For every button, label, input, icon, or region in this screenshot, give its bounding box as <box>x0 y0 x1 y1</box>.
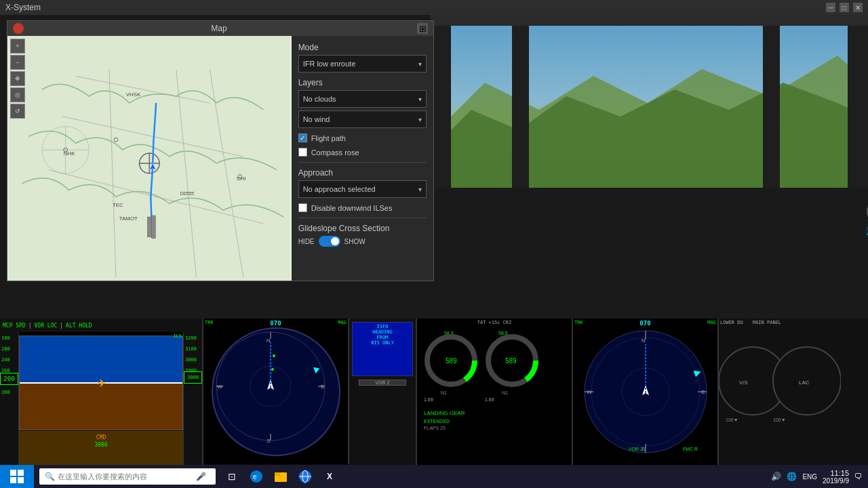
approach-arrow: ▾ <box>418 186 422 193</box>
clouds-arrow: ▾ <box>418 96 422 103</box>
svg-rect-7 <box>431 15 868 26</box>
svg-text:NHK: NHK <box>64 150 75 157</box>
taskbar-right: 🔊 🌐 ENG 11:15 2019/9/9 🗨 <box>771 469 868 485</box>
wind-dropdown[interactable]: No wind ▾ <box>298 110 427 128</box>
nd2-mag-label: MAG <box>707 320 716 327</box>
center-button[interactable]: ◎ <box>10 87 25 102</box>
clouds-dropdown[interactable]: No clouds ▾ <box>298 90 427 108</box>
map-close-button[interactable] <box>13 23 24 34</box>
map-content: + − ✥ ◎ ↺ TAMOT TEC <box>7 36 433 281</box>
svg-rect-91 <box>18 477 24 483</box>
main-panel-label: MAIN PANEL <box>753 320 781 325</box>
zoom-in-button[interactable]: + <box>10 39 25 54</box>
svg-text:EXTENDED: EXTENDED <box>424 419 450 424</box>
start-button[interactable] <box>0 465 34 488</box>
svg-rect-3 <box>512 15 529 188</box>
close-button[interactable]: ✕ <box>853 3 863 12</box>
search-icon: 🔍 <box>45 472 55 481</box>
explorer-button[interactable] <box>270 465 292 488</box>
pfd-header: MCP SPD | VOR LOC | ALT HOLD <box>0 319 202 332</box>
glideslope-section: Glideslope Cross Section HIDE SHOW <box>298 224 427 247</box>
nd-panel2: TRK 070 MAG N S W E <box>573 319 719 465</box>
taskbar-apps: ⊡ e X <box>221 465 340 488</box>
eicas-label: TAT +15c CRZ <box>417 319 572 327</box>
clock: 11:15 2019/9/9 <box>823 469 849 485</box>
disable-downwind-row[interactable]: Disable downwind ILSes <box>298 203 427 212</box>
svg-text:VHSK: VHSK <box>126 92 141 98</box>
network-icon: 🌐 <box>787 472 797 481</box>
center-small-panel: ISFDHEADINGFROMBIS ONLY VOR 2 <box>349 319 417 465</box>
speed-segment: ACH 200 <box>865 192 868 241</box>
svg-text:589: 589 <box>446 357 457 365</box>
nd2-container: TRK 070 MAG N S W E <box>573 319 717 465</box>
speed-tape-label: 100200240260280300 <box>1 336 10 395</box>
svg-text:N1: N1 <box>502 390 508 395</box>
svg-text:TAMOT: TAMOT <box>119 216 138 222</box>
map-expand-button[interactable]: ⊞ <box>417 23 428 34</box>
edge-button[interactable]: e <box>245 465 267 488</box>
map-panel: Mode IFR low enroute ▾ Layers No clouds … <box>292 36 433 281</box>
flight-path-checkbox[interactable] <box>298 134 307 142</box>
svg-text:VOR 2: VOR 2 <box>629 447 643 451</box>
nd-header: TRK 070 MAG <box>205 320 347 327</box>
divider-2 <box>298 218 427 218</box>
rotate-button[interactable]: ↺ <box>10 104 25 119</box>
attitude-display: ✈ ILS CMD 3000 <box>19 332 183 465</box>
svg-text:1.69: 1.69 <box>485 397 494 402</box>
search-input[interactable] <box>58 472 193 481</box>
compass-rose-checkbox[interactable] <box>298 148 307 157</box>
maximize-button[interactable]: □ <box>840 3 849 12</box>
speed-bug: 200 <box>0 373 18 385</box>
glideslope-label: Glideslope Cross Section <box>298 224 427 233</box>
mode-label: Mode <box>298 43 427 52</box>
svg-text:W: W <box>217 384 222 390</box>
glideslope-toggle[interactable] <box>319 236 340 247</box>
svg-text:E: E <box>701 389 705 395</box>
approach-dropdown[interactable]: No approach selected ▾ <box>298 180 427 198</box>
taskview-button[interactable]: ⊡ <box>221 465 243 488</box>
hide-label: HIDE <box>298 238 315 245</box>
compass-rose-label: Compass rose <box>311 148 359 157</box>
flight-path-label: Flight path <box>311 134 346 142</box>
search-bar[interactable]: 🔍 🎤 <box>39 468 216 485</box>
glideslope-toggle-row: HIDE SHOW <box>298 236 427 247</box>
nd2-svg: N S W E VOR 2 FMC R <box>581 327 710 456</box>
pan-button[interactable]: ✥ <box>10 71 25 86</box>
flight-path-row[interactable]: Flight path <box>298 134 427 142</box>
aircraft-symbol: ✈ <box>97 377 106 390</box>
minimize-button[interactable]: ─ <box>826 3 835 12</box>
right-panel-label: LOWER DU MAIN PANEL <box>719 319 868 327</box>
vor2-button[interactable]: VOR 2 <box>359 380 406 386</box>
engine-display-svg: 58.9 58.5 589 589 1.69 1.69 N1 N1 LANDIN… <box>417 327 573 449</box>
svg-rect-90 <box>10 477 16 483</box>
layers-section: Layers No clouds ▾ No wind ▾ <box>298 78 427 128</box>
speed-tape: 100200240260280300 200 <box>0 332 19 465</box>
nd-trk-label: TRK <box>205 320 214 327</box>
svg-text:LAC: LAC <box>799 380 810 386</box>
right-instruments: LOWER DU MAIN PANEL V/S LAC 100▼ 100▼ <box>719 319 868 465</box>
autopilot-panel: ACH 200 VNAV HEADING 070 VOR LOC HDG SEL… <box>861 188 868 333</box>
nd-circle: N S W E 20 <box>212 327 340 456</box>
compass-rose-row[interactable]: Compass rose <box>298 148 427 157</box>
small-panel-controls: VOR 2 <box>349 380 416 386</box>
svg-rect-25 <box>151 216 155 239</box>
pfd-vor-loc: VOR LOC <box>35 323 58 329</box>
svg-rect-95 <box>275 472 280 476</box>
browser-button[interactable] <box>294 465 316 488</box>
map-toolbar: + − ✥ ◎ ↺ <box>10 39 25 119</box>
zoom-out-button[interactable]: − <box>10 55 25 70</box>
language-label: ENG <box>802 473 817 481</box>
mic-icon: 🎤 <box>196 472 206 481</box>
lower-du-label: LOWER DU <box>720 320 743 325</box>
svg-text:V/S: V/S <box>739 380 748 386</box>
xsystem-button[interactable]: X <box>319 465 340 488</box>
disable-downwind-label: Disable downwind ILSes <box>311 204 393 212</box>
approach-value: No approach selected <box>303 185 376 193</box>
mode-dropdown[interactable]: IFR low enroute ▾ <box>298 55 427 73</box>
cmd-readout: CMD <box>19 432 183 441</box>
wind-value: No wind <box>303 115 330 123</box>
disable-downwind-checkbox[interactable] <box>298 203 307 212</box>
map-canvas[interactable]: + − ✥ ◎ ↺ TAMOT TEC <box>7 36 292 281</box>
date-display: 2019/9/9 <box>823 477 849 485</box>
svg-rect-89 <box>18 470 24 476</box>
